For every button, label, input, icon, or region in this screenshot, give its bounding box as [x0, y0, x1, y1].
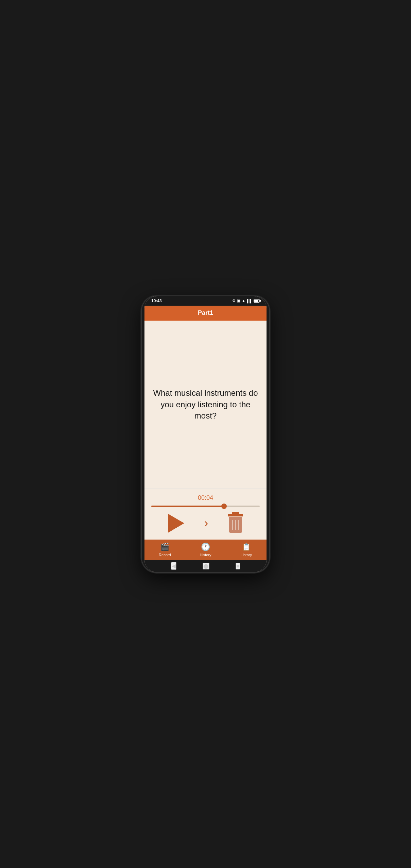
home-button[interactable]: ⬤ [203, 563, 209, 569]
record-label: Record [159, 553, 171, 557]
system-nav: ◀ ⬤ ■ [144, 560, 267, 572]
bottom-nav: 🎬 Record 🕐 History 📋 Library [144, 540, 267, 560]
delete-lid [228, 514, 243, 516]
next-icon: › [204, 517, 208, 529]
recent-button[interactable]: ■ [236, 563, 240, 569]
timer-display: 00:04 [151, 494, 260, 501]
status-bar: 10:43 ⚙ ▣ ▲ ▌▌ [144, 296, 267, 306]
next-button[interactable]: › [204, 517, 208, 529]
delete-line-1 [232, 520, 233, 530]
question-text: What musical instruments do you enjoy li… [151, 387, 260, 422]
phone-screen: 10:43 ⚙ ▣ ▲ ▌▌ Part1 What musical instru… [144, 296, 267, 572]
progress-bar-container[interactable] [151, 506, 260, 507]
library-label: Library [240, 553, 252, 557]
main-content: What musical instruments do you enjoy li… [144, 321, 267, 489]
settings-icon: ⚙ [232, 299, 236, 303]
history-label: History [200, 553, 211, 557]
player-section: 00:04 › [144, 489, 267, 540]
battery-icon [254, 299, 260, 303]
player-controls: › [151, 514, 260, 533]
app-title: Part1 [198, 309, 213, 317]
progress-bar-fill [151, 506, 224, 507]
library-icon: 📋 [242, 543, 251, 551]
phone-frame: 10:43 ⚙ ▣ ▲ ▌▌ Part1 What musical instru… [142, 296, 269, 572]
history-icon: 🕐 [201, 543, 210, 551]
play-button[interactable] [168, 514, 184, 533]
nav-item-history[interactable]: 🕐 History [185, 540, 226, 560]
delete-button[interactable] [228, 514, 243, 533]
delete-line-3 [238, 520, 239, 530]
play-icon [168, 514, 184, 533]
camera-notch [204, 299, 208, 303]
delete-body [229, 517, 242, 533]
nav-item-library[interactable]: 📋 Library [226, 540, 267, 560]
wifi-icon: ▲ [242, 299, 246, 303]
status-icons: ⚙ ▣ ▲ ▌▌ [232, 299, 260, 303]
back-button[interactable]: ◀ [171, 562, 176, 570]
signal-icon: ▌▌ [247, 299, 252, 303]
sim-icon: ▣ [237, 299, 240, 303]
app-header: Part1 [144, 306, 267, 321]
progress-thumb [221, 504, 227, 509]
nav-item-record[interactable]: 🎬 Record [144, 540, 185, 560]
status-time: 10:43 [151, 299, 162, 303]
delete-icon [228, 514, 243, 533]
record-icon: 🎬 [160, 543, 169, 551]
delete-line-2 [235, 520, 236, 530]
